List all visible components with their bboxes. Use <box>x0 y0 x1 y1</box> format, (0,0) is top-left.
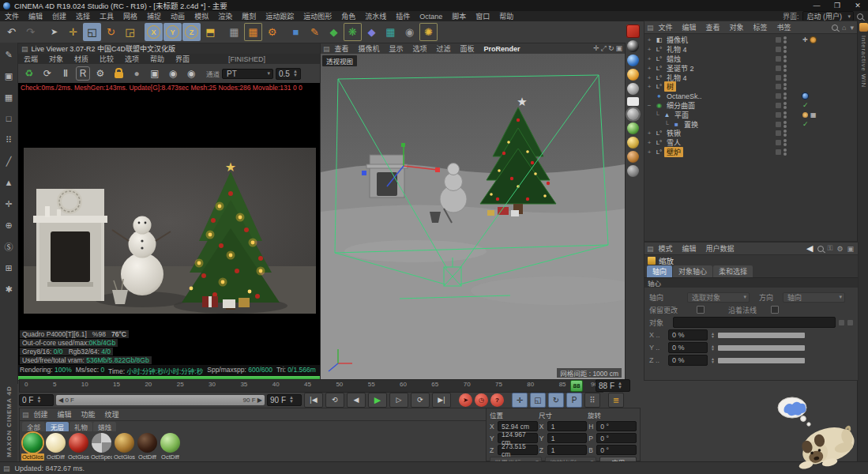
deformer-icon[interactable]: ◆ <box>363 23 381 41</box>
object-row-tree[interactable]: + L° 树 <box>644 82 858 92</box>
search-icon[interactable] <box>857 13 863 20</box>
snap-icon[interactable]: ✱ <box>2 282 16 296</box>
workplane-mode-icon[interactable]: □ <box>2 111 16 126</box>
spline-pen-icon[interactable]: ✎ <box>306 23 324 41</box>
docked-tab-icon[interactable] <box>859 23 868 32</box>
keep-changes-checkbox[interactable] <box>697 306 705 314</box>
viewport-solo-off-icon[interactable]: ⊕ <box>2 218 16 232</box>
render-settings-icon[interactable]: ⚙ <box>263 23 281 41</box>
tab-soft-selection[interactable]: 柔和选择 <box>713 265 753 277</box>
lv-menu-materials[interactable]: 材质 <box>69 54 94 64</box>
play-sound-button[interactable]: ⟳ <box>411 393 430 408</box>
menu-sculpt[interactable]: 雕刻 <box>237 11 261 21</box>
keyframe-selection-button[interactable]: ? <box>490 393 504 407</box>
x-axis-lock-icon[interactable]: X <box>145 23 163 41</box>
object-row-gift4a[interactable]: + L° 礼物 4 <box>644 45 858 55</box>
rotate-tool-icon[interactable]: ↻ <box>102 23 120 41</box>
start-frame-spinner[interactable]: 0 F▲▼ <box>19 394 54 406</box>
menu-tools[interactable]: 工具 <box>95 11 118 21</box>
object-row-fireplace[interactable]: + L° 壁炉 <box>644 148 858 157</box>
menu-snap[interactable]: 捕捉 <box>142 11 166 21</box>
array-icon[interactable]: ▦ <box>381 23 400 41</box>
object-row-candle[interactable]: + L° 蜡烛 <box>644 55 858 64</box>
x-stepper[interactable]: ▲▼ <box>711 332 715 338</box>
lv-menu-options[interactable]: 选项 <box>119 54 145 64</box>
x-slider[interactable] <box>718 333 805 338</box>
clay-mode-icon[interactable]: ● <box>129 66 145 81</box>
menu-help[interactable]: 帮助 <box>494 11 518 21</box>
object-link-field[interactable] <box>673 317 836 328</box>
polygon-mode-icon[interactable]: ▲ <box>2 175 16 190</box>
octane-daylight-icon[interactable] <box>627 40 639 52</box>
material-item[interactable]: OctDiff <box>160 433 181 461</box>
size-x-field[interactable]: 1 <box>547 421 588 431</box>
z-stepper[interactable]: ▲▼ <box>711 357 715 363</box>
timeline-ruler[interactable]: 0510 152025 303540 455055 606570 758085 … <box>19 379 603 393</box>
key-parameter-toggle[interactable]: P <box>566 393 582 408</box>
menu-pipeline[interactable]: 流水线 <box>360 11 391 21</box>
z-percent-field[interactable]: 0 % <box>668 355 708 366</box>
tab-object-axis[interactable]: 对象轴心 <box>673 265 712 277</box>
mat-menu-texture[interactable]: 纹理 <box>100 409 124 419</box>
history-back-icon[interactable]: ◀ <box>806 243 813 254</box>
vp-menu-view[interactable]: 查看 <box>330 43 354 54</box>
target-tag-icon[interactable]: ✛ <box>802 36 808 43</box>
y-slider[interactable] <box>718 345 805 351</box>
object-row-shovel[interactable]: + L° 铁锹 <box>644 129 858 138</box>
material-item[interactable]: OctGlos <box>22 433 43 461</box>
make-editable-icon[interactable]: ✎ <box>2 47 16 62</box>
playback-options-button[interactable]: ≣ <box>608 393 624 408</box>
om-menu-file[interactable]: 文件 <box>654 22 678 32</box>
preview-range-slider[interactable]: ◀ 0 F 90 F ▶ <box>56 395 265 405</box>
octane-target-camera-icon[interactable] <box>627 108 639 120</box>
attr-gear-icon[interactable]: ⚙ <box>836 245 843 253</box>
scale-tool-icon[interactable]: ◱ <box>83 23 101 41</box>
enabled-check-icon[interactable]: ✓ <box>802 101 809 109</box>
menu-script[interactable]: 脚本 <box>447 11 471 21</box>
current-frame-spinner[interactable]: 88 F▲▼ <box>596 379 630 392</box>
object-row-christmas2[interactable]: + L° 圣诞节 2 <box>644 63 858 73</box>
play-button[interactable]: ▶ <box>368 393 387 408</box>
focus-picker-icon[interactable]: ◉ <box>183 66 199 81</box>
last-tool-icon[interactable]: ◲ <box>121 23 139 41</box>
mute-tag-icon[interactable] <box>810 37 816 43</box>
next-frame-button[interactable]: ▷ <box>389 393 408 408</box>
primitive-cube-icon[interactable]: ■ <box>287 23 305 41</box>
object-row-octanesky[interactable]: ● OctaneSk.. <box>644 92 858 101</box>
octane-metal-material-icon[interactable] <box>627 165 639 177</box>
lv-menu-compare[interactable]: 比较 <box>94 54 119 64</box>
axis-dropdown[interactable]: 选取对象 <box>687 292 750 303</box>
menu-octane[interactable]: Octane <box>415 13 447 21</box>
object-row-gift4b[interactable]: + L° 礼物 4 <box>644 73 858 82</box>
undo-icon[interactable]: ↶ <box>2 23 21 41</box>
octane-sun-icon[interactable] <box>627 69 639 81</box>
material-item[interactable]: OctDiff <box>45 433 66 461</box>
region-render-icon[interactable]: R <box>76 66 90 81</box>
redo-icon[interactable]: ↷ <box>21 23 39 41</box>
object-picker-icon[interactable] <box>839 320 844 325</box>
minimize-button[interactable]: — <box>806 0 827 11</box>
position-z-field[interactable]: 273.515 cm <box>498 445 538 455</box>
octane-scatter-icon[interactable] <box>627 122 639 134</box>
view-toggle-icon[interactable]: ▣ <box>615 44 622 53</box>
material-item[interactable]: OctGlos <box>68 433 89 461</box>
texture-mode-icon[interactable]: ▦ <box>2 90 16 104</box>
attr-menu-edit[interactable]: 编辑 <box>678 243 701 254</box>
object-arrow-icon[interactable] <box>847 320 853 325</box>
menu-plugins[interactable]: 插件 <box>391 11 415 21</box>
model-mode-icon[interactable]: ▣ <box>2 69 16 83</box>
octane-gray-material-icon[interactable] <box>627 83 639 95</box>
orientation-dropdown[interactable]: 轴向 <box>783 292 845 303</box>
attr-menu-mode[interactable]: 模式 <box>654 243 678 254</box>
loop-button[interactable]: ⟲ <box>325 393 344 408</box>
octane-arealight-icon[interactable] <box>627 97 639 106</box>
end-frame-spinner[interactable]: 90 F▲▼ <box>267 394 302 406</box>
vp-menu-options[interactable]: 选项 <box>408 43 432 54</box>
section-header[interactable]: 轴心 <box>644 277 858 288</box>
object-row-plane[interactable]: └ ▲ 平面 ▦ <box>644 110 858 119</box>
material-picker-icon[interactable]: ◉ <box>165 66 181 81</box>
lv-menu-objects[interactable]: 对象 <box>43 54 69 64</box>
rotation-h-field[interactable]: 0 ° <box>596 421 637 431</box>
layer-tab-nolayer[interactable]: 无层 <box>46 422 69 431</box>
material-item[interactable]: OctGlos <box>114 433 135 461</box>
